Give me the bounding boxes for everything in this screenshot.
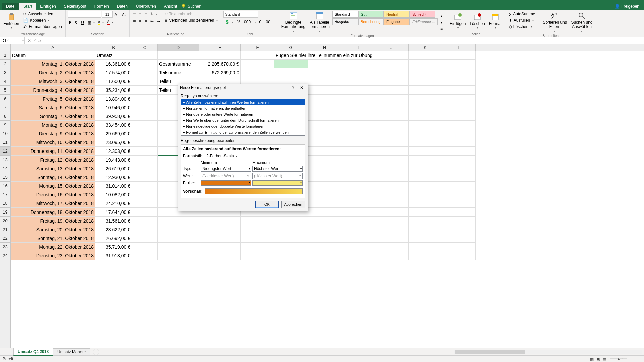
cell-L5[interactable] [442, 86, 476, 95]
cell-A21[interactable]: Samstag, 20. Oktober 2018 [11, 225, 95, 234]
align-middle-button[interactable]: ≡ [138, 11, 143, 17]
zoom-in-button[interactable]: ＋ [635, 355, 641, 362]
cell-G1[interactable]: Fügen Sie hier ihre Teilnummen ein zur Ü… [274, 51, 308, 60]
typ-min-select[interactable]: Niedrigster Wert▾ [201, 166, 251, 172]
loeschen-button[interactable]: ◇Löschen [507, 24, 540, 30]
row-header-11[interactable]: 11 [0, 138, 10, 147]
cell-L22[interactable] [442, 234, 476, 243]
cell-G3[interactable] [274, 68, 308, 77]
cell-A22[interactable]: Sonntag, 21. Oktober 2018 [11, 234, 95, 243]
row-header-15[interactable]: 15 [0, 173, 10, 182]
farbe-min-select[interactable]: ▾ [201, 180, 251, 186]
ok-button[interactable]: OK [255, 201, 279, 208]
column-header-F[interactable]: F [241, 44, 274, 51]
tab-einfuegen[interactable]: Einfügen [36, 3, 60, 10]
column-header-B[interactable]: B [95, 44, 132, 51]
autosumme-button[interactable]: ∑AutoSumme [507, 11, 540, 17]
style-berechnung[interactable]: Berechnung [358, 18, 384, 25]
cell-K20[interactable] [409, 217, 442, 225]
cell-F23[interactable] [241, 243, 274, 251]
cell-I18[interactable] [341, 199, 375, 208]
cell-E2[interactable]: 2.205.670,00 € [199, 60, 241, 68]
ausschneiden-button[interactable]: ✂Ausschneiden [22, 11, 63, 17]
cell-I7[interactable] [341, 103, 375, 112]
border-button[interactable]: ▦ [86, 20, 96, 26]
cell-A24[interactable]: Dienstag, 23. Oktober 2018 [11, 251, 95, 260]
cell-C9[interactable] [132, 121, 158, 129]
style-ausgabe[interactable]: Ausgabe [332, 18, 358, 25]
cell-J24[interactable] [375, 251, 409, 260]
bedingte-formatierung-button[interactable]: Bedingte Formatierung▾ [280, 11, 307, 34]
cell-K9[interactable] [409, 121, 442, 129]
rule-type-item-1[interactable]: ►Nur Zellen formatieren, die enthalten [181, 105, 305, 111]
cell-G22[interactable] [274, 234, 308, 243]
indent-increase-button[interactable]: ⇥ [156, 18, 162, 24]
cell-K11[interactable] [409, 138, 442, 147]
cell-A20[interactable]: Freitag, 19. Oktober 2018 [11, 217, 95, 225]
cell-B7[interactable]: 10.946,00 € [95, 103, 132, 112]
kopieren-button[interactable]: 📄Kopieren [22, 17, 63, 23]
cell-C7[interactable] [132, 103, 158, 112]
wert-max-ref-button[interactable]: ↥ [297, 173, 303, 179]
font-size-select[interactable]: 11 [102, 11, 113, 18]
style-eingabe[interactable]: Eingabe [384, 18, 410, 25]
cell-J20[interactable] [375, 217, 409, 225]
rule-type-item-3[interactable]: ►Nur Werte über oder unter dem Durchschn… [181, 117, 305, 123]
tab-ueberpruefen[interactable]: Überprüfen [132, 3, 160, 10]
cell-C4[interactable] [132, 77, 158, 86]
cell-F24[interactable] [241, 251, 274, 260]
cell-A5[interactable]: Donnerstag, 4. Oktober 2018 [11, 86, 95, 95]
cell-C12[interactable] [132, 147, 158, 156]
cell-A9[interactable]: Montag, 8. Oktober 2018 [11, 121, 95, 129]
freigeben-button[interactable]: 👤 Freigeben [613, 3, 641, 9]
suchen-auswaehlen-button[interactable]: Suchen und Auswählen▾ [570, 11, 594, 34]
cell-G24[interactable] [274, 251, 308, 260]
style-gallery-up[interactable]: ▴ [439, 13, 444, 19]
align-top-button[interactable]: ≡ [132, 11, 137, 17]
cell-K18[interactable] [409, 199, 442, 208]
als-tabelle-button[interactable]: Als Tabelle formatieren▾ [308, 11, 331, 34]
cell-I21[interactable] [341, 225, 375, 234]
row-header-7[interactable]: 7 [0, 103, 10, 112]
cell-H8[interactable] [308, 112, 341, 121]
cell-B22[interactable]: 26.692,00 € [95, 234, 132, 243]
cell-I3[interactable] [341, 68, 375, 77]
column-header-C[interactable]: C [132, 44, 158, 51]
cell-J14[interactable] [375, 164, 409, 173]
cell-E1[interactable] [199, 51, 241, 60]
cell-B15[interactable]: 12.930,00 € [95, 173, 132, 182]
cell-G21[interactable] [274, 225, 308, 234]
cell-H18[interactable] [308, 199, 341, 208]
cell-L18[interactable] [442, 199, 476, 208]
style-standard[interactable]: Standard [332, 11, 358, 18]
dialog-help-button[interactable]: ? [289, 85, 298, 90]
cell-B10[interactable]: 29.669,00 € [95, 129, 132, 138]
decrease-decimal-button[interactable]: .00→ [263, 19, 276, 25]
row-header-10[interactable]: 10 [0, 129, 10, 138]
cell-I12[interactable] [341, 147, 375, 156]
cell-H21[interactable] [308, 225, 341, 234]
cell-G2[interactable] [274, 60, 308, 68]
row-header-17[interactable]: 17 [0, 190, 10, 199]
cell-K7[interactable] [409, 103, 442, 112]
sortieren-filtern-button[interactable]: AZSortieren und Filtern▾ [541, 11, 568, 34]
align-bottom-button[interactable]: ≡ [143, 11, 148, 17]
cell-B8[interactable]: 39.958,00 € [95, 112, 132, 121]
row-header-3[interactable]: 3 [0, 68, 10, 77]
typ-max-select[interactable]: Höchster Wert▾ [252, 166, 303, 172]
cell-K4[interactable] [409, 77, 442, 86]
cell-A4[interactable]: Mittwoch, 3. Oktober 2018 [11, 77, 95, 86]
zoom-out-button[interactable]: − [630, 356, 635, 362]
font-color-button[interactable]: A [106, 19, 115, 26]
cell-B17[interactable]: 10.082,00 € [95, 190, 132, 199]
column-header-K[interactable]: K [409, 44, 442, 51]
cell-H2[interactable] [308, 60, 341, 68]
cell-J1[interactable] [375, 51, 409, 60]
cell-B11[interactable]: 23.095,00 € [95, 138, 132, 147]
zellen-format-button[interactable]: Format▾ [488, 11, 503, 32]
fx-icon[interactable]: fx [38, 38, 41, 43]
cell-B6[interactable]: 13.804,00 € [95, 95, 132, 103]
cell-L16[interactable] [442, 182, 476, 190]
cell-J5[interactable] [375, 86, 409, 95]
verbinden-button[interactable]: ⊞Verbinden und zentrieren [163, 17, 219, 23]
